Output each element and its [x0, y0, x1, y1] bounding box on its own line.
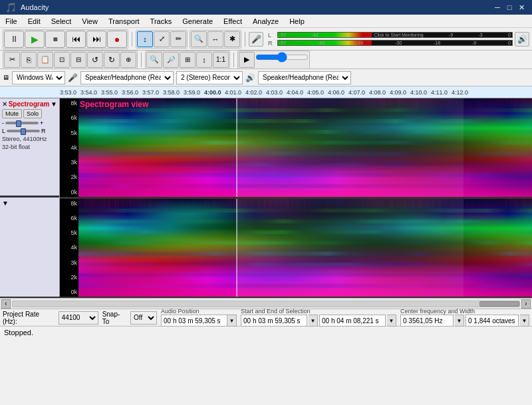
copy-button[interactable]: ⎘ — [21, 52, 37, 68]
project-rate-select[interactable]: 44100 — [59, 311, 98, 325]
menu-effect[interactable]: Effect — [218, 15, 247, 27]
pause-button[interactable]: ⏸ — [4, 31, 24, 48]
ruler-tick: 3:58.0 — [163, 89, 180, 96]
timeshift-tool-button[interactable]: ↔ — [207, 31, 223, 47]
record-button[interactable]: ● — [107, 31, 127, 48]
sync-button[interactable]: ⊕ — [120, 52, 136, 68]
freq-5k-top: 5k — [60, 130, 78, 136]
menu-analyze[interactable]: Analyze — [247, 15, 284, 27]
spectrogram-bottom: 8k 6k 5k 4k 3k 2k 0k — [60, 197, 532, 297]
spectrogram-viewport[interactable]: Spectrogram view 8k 6k 5k 4k 3k 2k 0k 8k… — [60, 98, 532, 297]
audio-position-value: 00 h 03 m 59,305 s — [161, 315, 227, 327]
fit-vertically-button[interactable]: ↕ — [196, 52, 212, 68]
envelope-tool-button[interactable]: ⤢ — [154, 31, 170, 47]
play-speed-button[interactable]: ▶ — [239, 52, 255, 68]
undo-button[interactable]: ↺ — [87, 52, 103, 68]
freq-width-section: Center frequency and Width 0 3561,05 Hz … — [400, 309, 529, 327]
selection-start-dropdown[interactable]: ▼ — [309, 315, 318, 327]
scroll-left-button[interactable]: ‹ — [1, 299, 11, 309]
freq-dropdown[interactable]: ▼ — [455, 315, 464, 327]
menu-tracks[interactable]: Tracks — [145, 15, 178, 27]
freq-5k-bottom: 5k — [60, 229, 78, 236]
snap-to-select[interactable]: Off — [130, 311, 157, 325]
window-controls: ─ □ ✕ — [492, 2, 527, 13]
project-rate-control: 44100 — [59, 311, 98, 325]
close-button[interactable]: ✕ — [516, 2, 527, 13]
stop-button[interactable]: ■ — [45, 31, 65, 48]
play-button[interactable]: ▶ — [25, 31, 45, 48]
spectrogram-canvas-top — [78, 98, 532, 197]
mic-button[interactable]: 🎤 — [249, 32, 263, 47]
input-device-select[interactable]: Speaker/Headphone (Realte... — [80, 71, 174, 84]
selection-label: Start and End of Selection — [241, 309, 311, 315]
freq-labels-top: 8k 6k 5k 4k 3k 2k 0k — [60, 98, 78, 197]
scroll-right-button[interactable]: › — [521, 299, 531, 309]
width-dropdown[interactable]: ▼ — [520, 315, 529, 327]
menu-view[interactable]: View — [76, 15, 103, 27]
track-info: Stereo, 44100Hz32-bit float — [2, 136, 57, 151]
scroll-thumb[interactable] — [479, 301, 519, 307]
scroll-track[interactable] — [12, 301, 520, 307]
snap-to-control: Off — [130, 311, 157, 325]
ruler-tick: 3:57.0 — [142, 89, 159, 96]
track-menu-icon[interactable]: ▼ — [51, 100, 57, 108]
zoom-out-button[interactable]: 🔎 — [163, 52, 179, 68]
mute-button[interactable]: Mute — [2, 109, 22, 118]
output-device-select[interactable]: Speaker/Headphone (Realte... — [258, 71, 351, 84]
selection-tool-button[interactable]: ↕ — [137, 31, 153, 47]
ruler-tick: 3:53.0 — [60, 89, 76, 96]
minimize-button[interactable]: ─ — [492, 2, 503, 13]
silence-button[interactable]: ⊟ — [70, 52, 86, 68]
zoom-in-button[interactable]: 🔍 — [146, 52, 162, 68]
mute-solo-buttons: Mute Solo — [2, 109, 57, 118]
solo-button[interactable]: Solo — [23, 109, 42, 118]
track-collapse-icon-2[interactable]: ▼ — [2, 200, 9, 207]
volume-slider-thumb[interactable] — [16, 120, 21, 127]
freq-4k-top: 4k — [60, 144, 78, 151]
skip-end-button[interactable]: ⏭ — [86, 31, 106, 48]
track-collapse-icon[interactable]: ✕ — [2, 100, 7, 108]
project-rate-label: Project Rate (Hz): — [3, 311, 55, 325]
titlebar: 🎵 Audacity ─ □ ✕ — [0, 0, 532, 15]
tool-controls-2: 🔍 ↔ ✱ — [190, 30, 241, 49]
selection-end-value: 00 h 04 m 08,221 s — [319, 315, 386, 327]
status-text: Stopped. — [4, 329, 33, 337]
selection-end-dropdown[interactable]: ▼ — [387, 315, 396, 327]
pan-left-label: L — [2, 128, 5, 134]
freq-value: 0 3561,05 Hz — [400, 315, 454, 327]
device-toolbar: 🖥 Windows WASI... 🎤 Speaker/Headphone (R… — [0, 69, 532, 86]
menu-help[interactable]: Help — [284, 15, 310, 27]
pan-slider-thumb[interactable] — [21, 128, 26, 135]
speaker-button[interactable]: 🔊 — [515, 32, 529, 47]
zoom-tool-button[interactable]: 🔍 — [191, 31, 207, 47]
track-name-label: Spectrogram — [7, 100, 51, 108]
paste-button[interactable]: 📋 — [37, 52, 53, 68]
cut-button[interactable]: ✂ — [4, 52, 20, 68]
host-select[interactable]: Windows WASI... — [12, 71, 65, 84]
track-title-row-2: ▼ — [2, 200, 57, 207]
volume-row: - + — [2, 120, 57, 126]
redo-button[interactable]: ↻ — [104, 52, 120, 68]
menu-file[interactable]: File — [0, 15, 23, 27]
multi-tool-button[interactable]: ✱ — [224, 31, 240, 47]
maximize-button[interactable]: □ — [504, 2, 515, 13]
menu-edit[interactable]: Edit — [23, 15, 46, 27]
ruler-tick: 4:12.0 — [452, 89, 468, 96]
menu-generate[interactable]: Generate — [177, 15, 218, 27]
status-message: Stopped. — [0, 326, 532, 338]
speed-slider[interactable] — [255, 52, 309, 63]
trim-button[interactable]: ⊡ — [54, 52, 70, 68]
envelope-icon: ⤢ — [159, 35, 165, 43]
channel-select[interactable]: 2 (Stereo) Recor... — [176, 71, 243, 84]
draw-tool-button[interactable]: ✏ — [170, 31, 186, 47]
menu-select[interactable]: Select — [46, 15, 77, 27]
menu-transport[interactable]: Transport — [103, 15, 145, 27]
spectrogram-title-label: Spectrogram view — [80, 100, 148, 109]
selection-section: Start and End of Selection 00 h 03 m 59,… — [241, 309, 396, 327]
skip-start-button[interactable]: ⏮ — [66, 31, 86, 48]
snap-to-section: Snap-To — [102, 311, 126, 325]
audio-position-dropdown[interactable]: ▼ — [227, 315, 237, 327]
zoom-normal-button[interactable]: 1:1 — [213, 52, 229, 68]
fit-project-button[interactable]: ⊞ — [180, 52, 196, 68]
track-area: ✕ Spectrogram ▼ Mute Solo - + L R — [0, 98, 532, 298]
